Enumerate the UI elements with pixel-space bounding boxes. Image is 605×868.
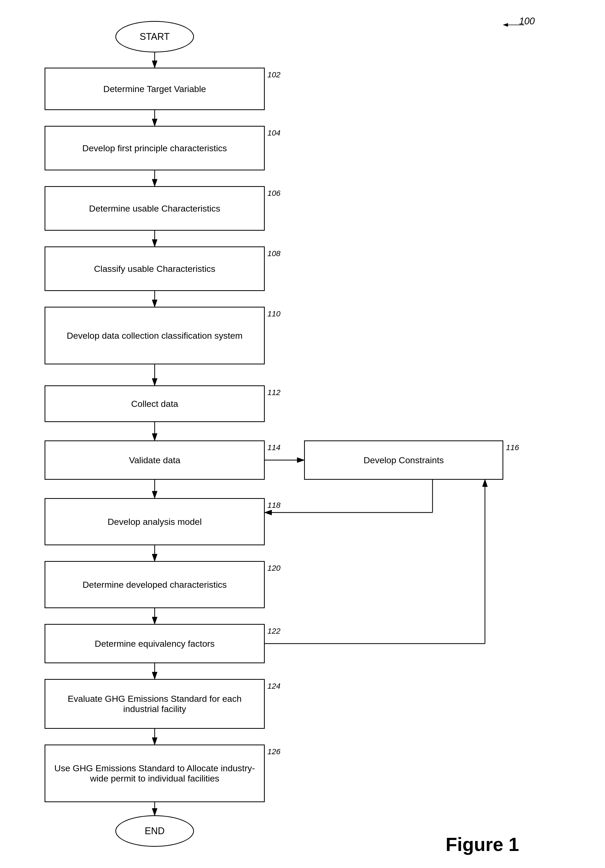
- step-110-box: Develop data collection classification s…: [45, 307, 265, 364]
- step-110-label: Develop data collection classification s…: [67, 330, 243, 341]
- step-108-label: Classify usable Characteristics: [94, 264, 216, 274]
- step-110-number: 110: [267, 309, 281, 318]
- step-112-number: 112: [267, 388, 281, 397]
- step-116-number: 116: [506, 443, 519, 452]
- end-label: END: [145, 826, 164, 837]
- step-106-box: Determine usable Characteristics: [45, 186, 265, 231]
- step-116-label: Develop Constraints: [364, 455, 444, 465]
- step-106-number: 106: [267, 189, 281, 198]
- step-102-label: Determine Target Variable: [103, 84, 206, 94]
- step-124-number: 124: [267, 682, 281, 691]
- step-126-box: Use GHG Emissions Standard to Allocate i…: [45, 744, 265, 802]
- step-118-label: Develop analysis model: [107, 517, 202, 527]
- step-102-box: Determine Target Variable: [45, 68, 265, 110]
- step-112-label: Collect data: [131, 399, 178, 409]
- figure-label: Figure 1: [446, 834, 519, 855]
- step-116-box: Develop Constraints: [304, 440, 503, 480]
- step-118-box: Develop analysis model: [45, 498, 265, 545]
- step-126-label: Use GHG Emissions Standard to Allocate i…: [51, 763, 259, 784]
- step-122-number: 122: [267, 626, 281, 636]
- step-106-label: Determine usable Characteristics: [89, 203, 220, 214]
- step-120-box: Determine developed characteristics: [45, 561, 265, 608]
- step-104-label: Develop first principle characteristics: [82, 143, 227, 153]
- step-104-box: Develop first principle characteristics: [45, 126, 265, 170]
- end-oval: END: [115, 815, 194, 847]
- step-108-box: Classify usable Characteristics: [45, 246, 265, 291]
- step-108-number: 108: [267, 249, 281, 258]
- step-104-number: 104: [267, 129, 281, 137]
- step-122-box: Determine equivalency factors: [45, 624, 265, 663]
- step-118-number: 118: [267, 501, 281, 510]
- start-label: START: [140, 31, 170, 42]
- step-120-label: Determine developed characteristics: [82, 580, 227, 590]
- step-102-number: 102: [267, 70, 281, 79]
- start-oval: START: [115, 21, 194, 53]
- step-120-number: 120: [267, 564, 281, 572]
- step-114-number: 114: [267, 443, 281, 452]
- step-124-box: Evaluate GHG Emissions Standard for each…: [45, 679, 265, 729]
- step-112-box: Collect data: [45, 385, 265, 422]
- step-124-label: Evaluate GHG Emissions Standard for each…: [51, 694, 259, 714]
- flowchart-diagram: START Determine Target Variable 102 Deve…: [0, 0, 605, 868]
- step-122-label: Determine equivalency factors: [95, 639, 214, 649]
- step-126-number: 126: [267, 747, 281, 756]
- step-114-label: Validate data: [129, 455, 180, 465]
- step-114-box: Validate data: [45, 440, 265, 480]
